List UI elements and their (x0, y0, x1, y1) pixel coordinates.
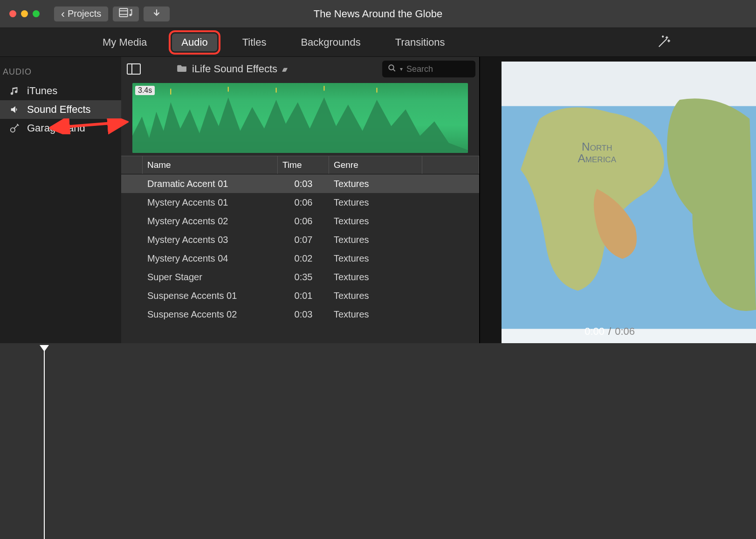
tab-label: Audio (181, 36, 207, 48)
chevron-left-icon: ‹ (61, 7, 65, 21)
sidebar-item-garageband[interactable]: GarageBand (0, 119, 121, 138)
search-field[interactable]: ▾ (382, 61, 475, 77)
cell-name: Mystery Accents 04 (143, 253, 278, 264)
svg-rect-0 (120, 8, 128, 17)
tab-titles[interactable]: Titles (233, 34, 276, 51)
tab-label: Transitions (395, 36, 445, 48)
table-row[interactable]: Mystery Accents 030:07Textures (121, 230, 479, 249)
cell-time: 0:07 (278, 235, 329, 245)
cell-time: 0:06 (278, 216, 329, 227)
tab-my-media[interactable]: My Media (93, 34, 156, 51)
tab-label: Backgrounds (301, 36, 360, 48)
cell-name: Dramatic Accent 01 (143, 179, 278, 189)
magic-wand-icon[interactable] (656, 34, 672, 51)
cell-genre: Textures (329, 253, 422, 264)
sidebar-item-label: Sound Effects (27, 104, 91, 116)
media-mode-button[interactable] (112, 6, 139, 22)
svg-line-13 (393, 69, 395, 71)
svg-rect-10 (127, 64, 140, 74)
album-selector[interactable]: iLife Sound Effects ▴▾ (177, 63, 286, 75)
sidebar-item-sound-effects[interactable]: Sound Effects (0, 100, 121, 119)
tab-transitions[interactable]: Transitions (386, 34, 454, 51)
current-time: 0:00 (584, 325, 605, 338)
table-row[interactable]: Suspense Accents 010:01Textures (121, 286, 479, 305)
svg-line-7 (14, 125, 18, 129)
table-row[interactable]: Mystery Accents 040:02Textures (121, 249, 479, 268)
col-header-name[interactable]: Name (143, 156, 278, 174)
search-icon (388, 64, 396, 74)
total-time: 0:06 (615, 325, 635, 338)
cell-time: 0:06 (278, 197, 329, 208)
svg-point-12 (389, 65, 394, 70)
cell-name: Suspense Accents 02 (143, 309, 278, 320)
tab-backgrounds[interactable]: Backgrounds (291, 34, 370, 51)
projects-label: Projects (68, 8, 101, 19)
svg-text:America: America (578, 152, 617, 165)
cell-genre: Textures (329, 179, 422, 189)
guitar-icon (8, 123, 21, 133)
cell-name: Suspense Accents 01 (143, 290, 278, 301)
cell-time: 0:01 (278, 290, 329, 301)
table-header: Name Time Genre (121, 156, 479, 174)
main-area: AUDIO iTunes Sound Effects GarageBand (0, 57, 756, 320)
cell-genre: Textures (329, 309, 422, 320)
browser-toolbar: iLife Sound Effects ▴▾ ▾ (121, 57, 479, 81)
projects-back-button[interactable]: ‹ Projects (54, 6, 109, 22)
sidebar-item-label: iTunes (27, 85, 57, 97)
cell-genre: Textures (329, 290, 422, 301)
library-tab-strip: My Media Audio Titles Backgrounds Transi… (0, 28, 756, 57)
table-row[interactable]: Super Stager0:35Textures (121, 268, 479, 286)
cell-time: 0:02 (278, 253, 329, 264)
music-note-icon (8, 86, 21, 96)
tab-audio[interactable]: Audio (172, 34, 217, 51)
svg-text:North: North (582, 140, 612, 153)
cell-name: Super Stager (143, 272, 278, 283)
cell-time: 0:03 (278, 309, 329, 320)
folder-icon (177, 63, 187, 75)
cell-genre: Textures (329, 216, 422, 227)
svg-rect-20 (502, 62, 756, 106)
col-header-genre[interactable]: Genre (329, 156, 422, 174)
time-separator: / (608, 325, 611, 338)
waveform-preview[interactable]: 3.4s (132, 83, 468, 153)
zoom-window-button[interactable] (33, 10, 40, 17)
up-down-chevron-icon: ▴▾ (282, 65, 286, 74)
table-row[interactable]: Dramatic Accent 010:03Textures (121, 174, 479, 193)
timeline[interactable] (0, 343, 756, 539)
filmstrip-music-icon (119, 8, 133, 20)
window-controls (9, 10, 40, 17)
sidebar-heading: AUDIO (0, 64, 121, 82)
search-input[interactable] (406, 64, 470, 74)
playhead[interactable] (44, 346, 45, 539)
tab-label: Titles (242, 36, 267, 48)
preview-viewport[interactable]: North America (502, 62, 756, 367)
toggle-sidebar-button[interactable] (125, 62, 143, 76)
speaker-icon (8, 104, 21, 115)
waveform-graphic (132, 83, 468, 153)
cell-time: 0:35 (278, 272, 329, 283)
sidebar-item-label: GarageBand (27, 122, 85, 134)
cell-name: Mystery Accents 03 (143, 235, 278, 245)
close-window-button[interactable] (9, 10, 16, 17)
col-header-time[interactable]: Time (278, 156, 329, 174)
cell-genre: Textures (329, 272, 422, 283)
album-label: iLife Sound Effects (192, 63, 277, 75)
svg-line-5 (659, 39, 667, 47)
title-bar: ‹ Projects The News Around the Globe (0, 0, 756, 28)
import-button[interactable] (143, 6, 170, 22)
search-chevron-icon: ▾ (400, 66, 403, 72)
minimize-window-button[interactable] (21, 10, 28, 17)
cell-genre: Textures (329, 197, 422, 208)
world-map-thumbnail: North America (502, 62, 756, 367)
cell-genre: Textures (329, 235, 422, 245)
table-row[interactable]: Suspense Accents 020:03Textures (121, 305, 479, 324)
sidebar-item-itunes[interactable]: iTunes (0, 82, 121, 100)
table-row[interactable]: Mystery Accents 010:06Textures (121, 193, 479, 212)
download-arrow-icon (152, 8, 161, 19)
cell-name: Mystery Accents 01 (143, 197, 278, 208)
table-row[interactable]: Mystery Accents 020:06Textures (121, 212, 479, 230)
cell-name: Mystery Accents 02 (143, 216, 278, 227)
tab-label: My Media (103, 36, 147, 48)
cell-time: 0:03 (278, 179, 329, 189)
